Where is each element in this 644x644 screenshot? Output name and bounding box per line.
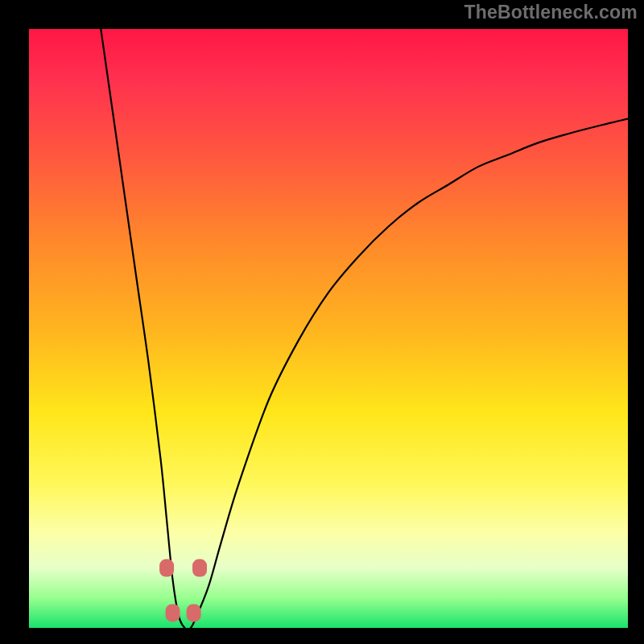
curve-layer — [29, 29, 628, 628]
chart-frame: TheBottleneck.com — [0, 0, 644, 644]
curve-marker — [159, 559, 174, 577]
curve-markers — [159, 559, 207, 622]
bottleneck-curve — [101, 29, 628, 628]
curve-marker — [187, 604, 201, 621]
plot-area — [29, 29, 628, 628]
curve-marker — [192, 559, 207, 577]
watermark-text: TheBottleneck.com — [464, 2, 638, 23]
curve-marker — [166, 604, 180, 621]
